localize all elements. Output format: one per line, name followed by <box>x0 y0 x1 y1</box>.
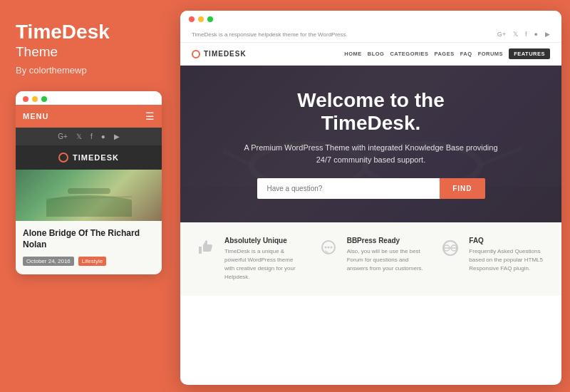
mobile-social-bar: G+ 𝕏 f ● ▶ <box>16 128 162 145</box>
desktop-dot-green <box>207 16 213 22</box>
svg-point-13 <box>327 247 329 249</box>
mobile-logo-bar: TIMEDESK <box>16 145 162 170</box>
feature-bbpress-text: BBPress Ready Also, you will be use the … <box>347 237 425 273</box>
nav-logo: TIMEDESK <box>192 50 247 58</box>
article-category: Lifestyle <box>78 257 106 266</box>
toolbar-youtube-icon: ▶ <box>545 31 550 38</box>
desktop-preview: TimeDesk is a responsive helpdesk theme … <box>180 11 561 385</box>
nav-features[interactable]: FEATURES <box>509 48 550 59</box>
svg-rect-2 <box>68 188 110 194</box>
mobile-top-bar <box>16 91 162 105</box>
brand-name: TimeDesk Theme <box>16 21 161 61</box>
feature-bbpress-title: BBPress Ready <box>347 237 425 244</box>
left-panel: TimeDesk Theme By colorthemewp MENU ☰ G+… <box>0 0 177 392</box>
mobile-article-title: Alone Bridge Of The Richard Nolan <box>23 228 155 250</box>
mobile-logo-circle <box>58 153 68 163</box>
hamburger-icon: ☰ <box>145 110 155 122</box>
facebook-icon: f <box>90 133 93 140</box>
hero-title: Welcome to the TimeDesk. <box>244 89 497 135</box>
hero-search-input[interactable] <box>257 178 440 199</box>
hero-subtitle: A Premium WordPress Theme with integrate… <box>244 142 497 165</box>
feature-unique: Absolutely Unique TimeDesk is a unique &… <box>195 237 303 282</box>
mobile-preview: MENU ☰ G+ 𝕏 f ● ▶ TIMEDESK Alone Bridge … <box>16 91 162 274</box>
hero-search-form: FIND <box>257 178 485 199</box>
nav-home[interactable]: HOME <box>344 51 362 57</box>
brand-byline: By colorthemewp <box>16 65 161 76</box>
dot-red <box>23 96 28 102</box>
desktop-toolbar: TimeDesk is a responsive helpdesk theme … <box>180 28 561 43</box>
google-plus-icon: G+ <box>58 133 68 140</box>
hero-content: Welcome to the TimeDesk. A Premium WordP… <box>222 89 519 199</box>
feature-faq-title: FAQ <box>469 237 547 244</box>
nav-logo-circle <box>192 50 200 58</box>
nav-links: HOME BLOG CATEGORIES PAGES FAQ FORUMS FE… <box>344 48 550 59</box>
feature-bbpress-desc: Also, you will be use the best Forum for… <box>347 247 425 273</box>
feature-faq: FAQ Frequently Asked Questions based on … <box>439 237 547 282</box>
svg-point-14 <box>330 247 332 249</box>
twitter-icon: 𝕏 <box>76 133 82 140</box>
help-icon <box>439 237 462 259</box>
dot-yellow <box>32 96 38 102</box>
feature-faq-text: FAQ Frequently Asked Questions based on … <box>469 237 547 273</box>
pinterest-icon: ● <box>101 133 105 140</box>
nav-blog[interactable]: BLOG <box>368 51 385 57</box>
nav-faq[interactable]: FAQ <box>460 51 472 57</box>
toolbar-social-links: G+ 𝕏 f ● ▶ <box>497 31 550 38</box>
mobile-menu-bar: MENU ☰ <box>16 105 162 128</box>
youtube-icon: ▶ <box>114 133 120 140</box>
desktop-dot-yellow <box>198 16 204 22</box>
feature-unique-text: Absolutely Unique TimeDesk is a unique &… <box>224 237 303 282</box>
mobile-menu-label: MENU <box>23 112 48 120</box>
mobile-article-image <box>16 170 162 221</box>
nav-pages[interactable]: PAGES <box>435 51 455 57</box>
dot-green <box>41 96 47 102</box>
svg-point-12 <box>324 247 326 249</box>
feature-faq-desc: Frequently Asked Questions based on the … <box>469 247 547 273</box>
toolbar-description: TimeDesk is a responsive helpdesk theme … <box>192 31 348 38</box>
feature-unique-desc: TimeDesk is a unique & powerful WordPres… <box>224 247 303 282</box>
article-date: October 24, 2016 <box>23 257 74 266</box>
mobile-article-meta: October 24, 2016 Lifestyle <box>23 257 155 266</box>
nav-forums[interactable]: FORUMS <box>478 51 504 57</box>
feature-unique-title: Absolutely Unique <box>224 237 303 244</box>
desktop-hero: Welcome to the TimeDesk. A Premium WordP… <box>180 66 561 222</box>
toolbar-pinterest-icon: ● <box>534 31 538 38</box>
nav-categories[interactable]: CATEGORIES <box>390 51 428 57</box>
toolbar-google-icon: G+ <box>497 31 506 38</box>
toolbar-facebook-icon: f <box>525 31 527 38</box>
feature-bbpress: BBPress Ready Also, you will be use the … <box>317 237 425 282</box>
desktop-dot-red <box>189 16 195 22</box>
hero-search-button[interactable]: FIND <box>440 178 484 199</box>
chat-icon <box>317 237 340 259</box>
desktop-nav: TIMEDESK HOME BLOG CATEGORIES PAGES FAQ … <box>180 43 561 66</box>
desktop-top-bar <box>180 11 561 28</box>
mobile-article-content: Alone Bridge Of The Richard Nolan Octobe… <box>16 221 162 274</box>
toolbar-twitter-icon: 𝕏 <box>513 31 518 38</box>
thumbs-up-icon <box>195 237 217 259</box>
desktop-features: Absolutely Unique TimeDesk is a unique &… <box>180 222 561 296</box>
mobile-logo-text: TIMEDESK <box>73 153 119 162</box>
nav-logo-text: TIMEDESK <box>204 50 247 58</box>
